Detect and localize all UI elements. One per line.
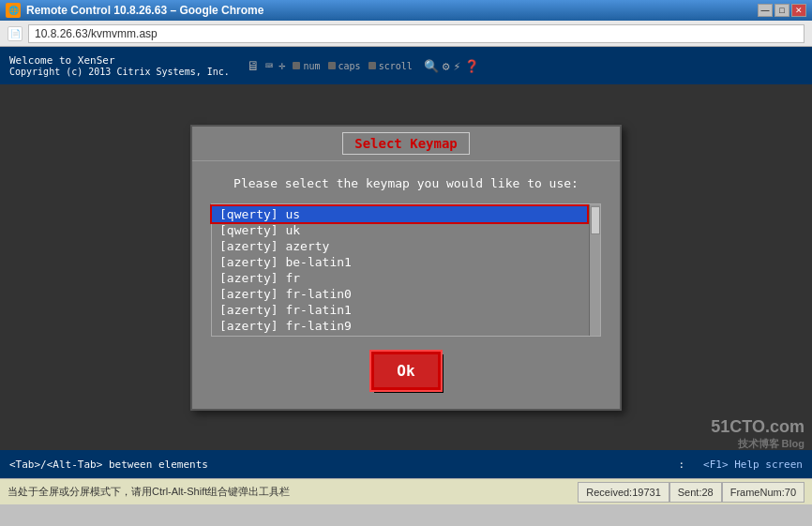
num-indicator: num [293,61,320,71]
dialog-title-bar: Select Keymap [192,127,620,161]
scroll-light [368,62,376,69]
num-label: num [303,61,320,71]
window-title: Remote Control 10.8.26.63 – Google Chrom… [26,4,263,17]
search-icon[interactable]: 🔍 [424,59,439,73]
page-icon: 📄 [8,26,23,41]
ok-button-container: Ok [211,352,601,390]
caps-indicator: caps [328,61,361,71]
keymap-item-0[interactable]: [qwerty] us [212,206,587,222]
keymap-list[interactable]: [qwerty] us [qwerty] uk [azerty] azerty … [211,203,601,337]
keyboard-icon: ⌨ [265,58,273,73]
minimize-button[interactable]: — [758,4,773,17]
terminal-screen: Select Keymap Please select the keymap y… [0,84,812,450]
remote-area: Welcome to XenSer Copyright (c) 2013 Cit… [0,47,812,478]
bottom-right-text: <F1> Help screen [703,458,803,471]
scroll-indicator: scroll [368,61,413,71]
keymap-scrollbar[interactable] [589,204,600,336]
dialog-title: Select Keymap [354,136,458,151]
dialog-instruction: Please select the keymap you would like … [211,176,601,190]
framenum-segment: FrameNum:70 [722,482,804,503]
title-bar: 🌐 Remote Control 10.8.26.63 – Google Chr… [0,0,812,21]
bottom-left-text: <Tab>/<Alt-Tab> between elements [9,458,659,471]
remote-bottom-bar: <Tab>/<Alt-Tab> between elements : <F1> … [0,450,812,478]
scroll-label: scroll [379,61,413,71]
move-icon: ✛ [278,59,285,72]
maximize-button[interactable]: □ [774,4,789,17]
caps-light [328,62,336,69]
keymap-item-1[interactable]: [qwerty] uk [212,222,587,238]
address-bar: 📄 10.8.26.63/kvmvmm.asp [0,21,812,47]
dialog-title-border: Select Keymap [342,132,470,155]
status-bar: 当处于全屏或分屏模式下，请用Ctrl-Alt-Shift组合键弹出工具栏 Rec… [0,478,812,504]
settings-icon[interactable]: ⚙ [443,59,450,73]
remote-header: Welcome to XenSer Copyright (c) 2013 Cit… [0,47,812,84]
num-light [293,62,300,69]
close-button[interactable]: ✕ [791,4,806,17]
keymap-item-2[interactable]: [azerty] azerty [212,238,587,254]
power-icon[interactable]: ⚡ [454,59,461,73]
welcome-line1: Welcome to XenSer [9,54,230,67]
app-icon: 🌐 [6,3,21,18]
keymap-item-6[interactable]: [azerty] fr-latin1 [212,302,587,318]
toolbar-right-icons: 🔍 ⚙ ⚡ ❓ [424,59,480,73]
url-field[interactable]: 10.8.26.63/kvmvmm.asp [28,24,804,43]
bottom-separator: : [678,458,684,471]
keymap-item-3[interactable]: [azerty] be-latin1 [212,254,587,270]
monitor-icon: 🖥 [247,58,260,73]
ok-button[interactable]: Ok [371,352,440,390]
keymap-item-4[interactable]: [azerty] fr [212,270,587,286]
window-controls: — □ ✕ [758,4,806,17]
received-segment: Received:19731 [578,482,669,503]
keymap-item-7[interactable]: [azerty] fr-latin9 [212,318,587,334]
status-info-text: 当处于全屏或分屏模式下，请用Ctrl-Alt-Shift组合键弹出工具栏 [8,485,578,499]
select-keymap-dialog: Select Keymap Please select the keymap y… [190,125,622,411]
scrollbar-thumb[interactable] [591,206,600,234]
caps-label: caps [338,61,361,71]
sent-segment: Sent:28 [669,482,722,503]
welcome-line2: Copyright (c) 2013 Citrix Systems, Inc. [9,67,230,77]
dialog-body: Please select the keymap you would like … [192,161,620,409]
keymap-item-5[interactable]: [azerty] fr-latin0 [212,286,587,302]
help-icon[interactable]: ❓ [464,59,479,73]
